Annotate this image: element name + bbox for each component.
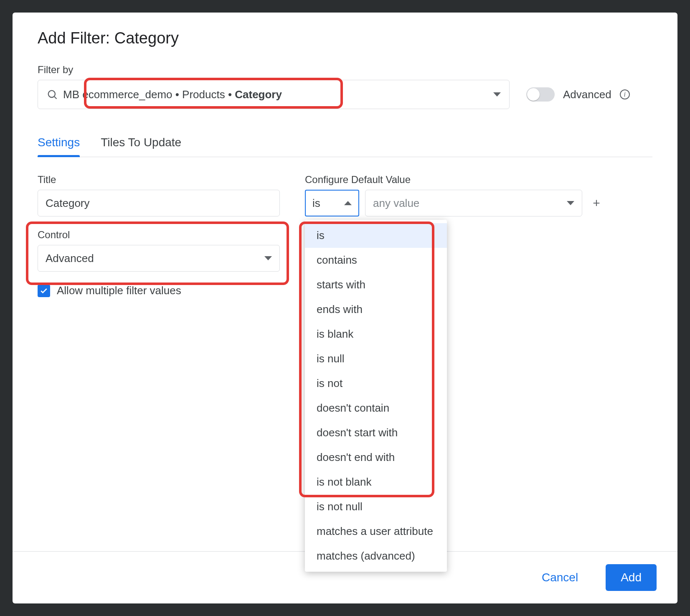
configure-default-label: Configure Default Value (305, 174, 652, 186)
dialog-title: Add Filter: Category (38, 29, 652, 47)
filter-by-select[interactable]: MB ecommerce_demo • Products • Category (38, 80, 510, 109)
chevron-up-icon (344, 201, 352, 205)
info-icon[interactable]: i (620, 89, 630, 99)
operator-option[interactable]: is not null (305, 494, 447, 519)
control-label: Control (38, 229, 280, 241)
advanced-toggle-label: Advanced (563, 88, 611, 101)
filter-by-prefix: MB ecommerce_demo • Products • (63, 88, 235, 101)
svg-point-0 (48, 91, 55, 97)
control-value: Advanced (46, 252, 94, 265)
operator-option[interactable]: is (305, 223, 447, 248)
operator-option[interactable]: is not (305, 371, 447, 396)
filter-by-label: Filter by (38, 64, 652, 76)
operator-option[interactable]: is null (305, 346, 447, 371)
operator-option[interactable]: doesn't end with (305, 445, 447, 470)
search-icon (46, 89, 58, 100)
operator-option[interactable]: is blank (305, 322, 447, 346)
control-select[interactable]: Advanced (38, 245, 280, 272)
toggle-knob (527, 88, 540, 101)
svg-line-1 (54, 97, 56, 99)
chevron-down-icon (567, 201, 574, 205)
operator-dropdown: iscontainsstarts withends withis blankis… (305, 220, 447, 572)
operator-option[interactable]: starts with (305, 272, 447, 297)
operator-option[interactable]: contains (305, 248, 447, 272)
title-input[interactable]: Category (38, 190, 280, 216)
allow-multiple-label: Allow multiple filter values (57, 284, 181, 297)
operator-option[interactable]: doesn't start with (305, 420, 447, 445)
default-value-placeholder: any value (373, 197, 419, 210)
title-input-value: Category (46, 197, 90, 210)
add-condition-button[interactable]: + (588, 195, 605, 211)
operator-option[interactable]: doesn't contain (305, 396, 447, 420)
dialog-header: Add Filter: Category (13, 13, 677, 56)
tabs: Settings Tiles To Update (38, 130, 652, 157)
filter-by-value: MB ecommerce_demo • Products • Category (63, 88, 282, 101)
operator-option[interactable]: matches a user attribute (305, 519, 447, 544)
operator-option[interactable]: ends with (305, 297, 447, 322)
advanced-toggle[interactable] (526, 87, 555, 102)
chevron-down-icon (264, 256, 272, 260)
add-filter-dialog: Add Filter: Category Filter by MB ecomme… (13, 13, 677, 603)
operator-value: is (312, 197, 320, 210)
tab-tiles-to-update[interactable]: Tiles To Update (101, 130, 181, 157)
operator-select[interactable]: is (305, 190, 359, 216)
allow-multiple-checkbox[interactable] (38, 285, 50, 297)
add-button[interactable]: Add (606, 564, 657, 591)
operator-option[interactable]: is not blank (305, 470, 447, 494)
tab-settings[interactable]: Settings (38, 130, 80, 157)
chevron-down-icon (493, 92, 501, 97)
check-icon (40, 287, 48, 295)
operator-option[interactable]: matches (advanced) (305, 544, 447, 568)
cancel-button[interactable]: Cancel (527, 564, 593, 591)
title-label: Title (38, 174, 280, 186)
default-value-select[interactable]: any value (365, 190, 582, 216)
filter-by-bold: Category (235, 88, 282, 101)
